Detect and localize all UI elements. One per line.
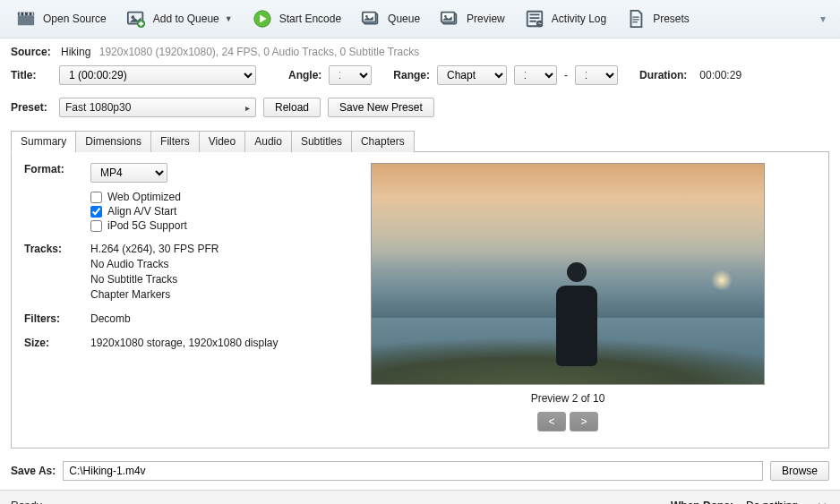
tab-dimensions[interactable]: Dimensions (75, 131, 151, 152)
preset-label: Preset: (11, 101, 52, 114)
track-line: H.264 (x264), 30 FPS PFR (90, 243, 293, 255)
source-details: 1920x1080 (1920x1080), 24 FPS, 0 Audio T… (99, 46, 420, 58)
source-label: Source: (11, 46, 51, 58)
start-encode-label: Start Encode (279, 13, 341, 25)
save-new-preset-button[interactable]: Save New Preset (328, 98, 434, 117)
tab-filters[interactable]: Filters (150, 131, 200, 152)
when-done-select[interactable]: Do nothing (737, 496, 829, 504)
ipod-checkbox[interactable] (90, 220, 102, 232)
presets-label: Presets (653, 13, 690, 25)
size-value: 1920x1080 storage, 1920x1080 display (90, 337, 293, 349)
align-av-checkbox[interactable] (90, 206, 102, 218)
preview-image (371, 163, 765, 385)
track-line: Chapter Markers (90, 288, 293, 301)
preview-icon (440, 9, 459, 29)
preset-select[interactable]: Fast 1080p30 ▸ (59, 98, 256, 117)
when-done-label: When Done: (671, 500, 733, 504)
svg-rect-2 (20, 13, 21, 16)
save-as-input[interactable] (63, 461, 763, 481)
chapter-to-select[interactable]: 1 (575, 65, 618, 85)
title-label: Title: (11, 69, 52, 81)
tab-summary[interactable]: Summary (11, 131, 76, 152)
source-name: Hiking (61, 46, 90, 58)
svg-rect-4 (28, 13, 30, 16)
queue-button[interactable]: Queue (352, 5, 429, 32)
filters-label: Filters: (24, 312, 90, 328)
queue-label: Queue (388, 13, 420, 25)
duration-label: Duration: (639, 69, 687, 81)
chevron-right-icon: ▸ (245, 103, 250, 113)
add-to-queue-label: Add to Queue (153, 13, 219, 25)
tracks-label: Tracks: (24, 243, 90, 303)
add-to-queue-button[interactable]: Add to Queue ▼ (117, 5, 242, 32)
web-optimized-check[interactable]: Web Optimized (90, 191, 293, 203)
main-toolbar: Open Source Add to Queue ▼ Start Encode … (0, 0, 840, 38)
web-optimized-checkbox[interactable] (90, 192, 102, 203)
track-line: No Subtitle Tracks (90, 273, 293, 286)
size-label: Size: (24, 337, 90, 352)
preset-row: Preset: Fast 1080p30 ▸ Reload Save New P… (0, 94, 840, 121)
svg-point-7 (131, 15, 134, 19)
filters-value: Decomb (90, 312, 293, 325)
preset-value: Fast 1080p30 (65, 101, 131, 114)
duration-value: 00:00:29 (699, 69, 741, 81)
ipod-check[interactable]: iPod 5G Support (90, 219, 293, 232)
title-select[interactable]: 1 (00:00:29) (59, 65, 256, 85)
ipod-label: iPod 5G Support (107, 219, 187, 232)
svg-rect-3 (23, 13, 25, 16)
svg-rect-11 (363, 13, 376, 22)
tab-subtitles[interactable]: Subtitles (291, 131, 352, 152)
activity-log-button[interactable]: Activity Log (516, 5, 615, 32)
picture-add-icon (126, 9, 146, 29)
source-info: Source: Hiking 1920x1080 (1920x1080), 24… (0, 38, 840, 62)
range-dash: - (564, 69, 568, 81)
tab-audio[interactable]: Audio (244, 131, 292, 152)
range-label: Range: (393, 69, 430, 81)
clapper-icon (16, 9, 36, 29)
tab-bar: Summary Dimensions Filters Video Audio S… (11, 130, 829, 152)
reload-button[interactable]: Reload (263, 98, 321, 117)
tab-chapters[interactable]: Chapters (351, 131, 415, 152)
align-av-label: Align A/V Start (107, 205, 176, 218)
status-text: Ready (11, 500, 42, 504)
preview-prev-button[interactable]: < (537, 412, 566, 431)
preview-caption: Preview 2 of 10 (531, 392, 605, 405)
toolbar-overflow-icon[interactable]: ▾ (817, 13, 829, 25)
format-label: Format: (24, 163, 90, 234)
save-as-row: Save As: Browse (0, 448, 840, 490)
align-av-check[interactable]: Align A/V Start (90, 205, 293, 218)
start-encode-button[interactable]: Start Encode (244, 5, 350, 32)
picture-stack-icon (361, 9, 381, 29)
browse-button[interactable]: Browse (770, 461, 829, 481)
tab-video[interactable]: Video (199, 131, 245, 152)
svg-rect-0 (18, 15, 34, 25)
add-to-queue-caret-icon: ▼ (225, 14, 233, 23)
web-optimized-label: Web Optimized (107, 191, 181, 203)
range-type-select[interactable]: Chapters (437, 65, 507, 85)
chapter-from-select[interactable]: 1 (514, 65, 557, 85)
open-source-button[interactable]: Open Source (7, 5, 116, 32)
open-source-label: Open Source (43, 13, 107, 25)
activity-log-label: Activity Log (552, 13, 606, 25)
summary-panel: Format: MP4 Web Optimized Align A/V Star… (11, 152, 829, 448)
preview-label: Preview (467, 13, 505, 25)
track-line: No Audio Tracks (90, 258, 293, 270)
document-icon (626, 9, 646, 29)
save-as-label: Save As: (11, 465, 56, 477)
presets-button[interactable]: Presets (617, 5, 699, 32)
format-select[interactable]: MP4 (90, 163, 167, 183)
preview-button[interactable]: Preview (431, 5, 514, 32)
title-row: Title: 1 (00:00:29) Angle: 1 Range: Chap… (0, 62, 840, 89)
svg-rect-5 (31, 13, 33, 16)
angle-select[interactable]: 1 (329, 65, 372, 85)
angle-label: Angle: (288, 69, 321, 81)
svg-rect-14 (441, 13, 455, 22)
log-icon (525, 9, 544, 29)
preview-next-button[interactable]: > (570, 412, 598, 431)
status-bar: Ready When Done: Do nothing (0, 490, 840, 504)
play-icon (253, 9, 272, 29)
